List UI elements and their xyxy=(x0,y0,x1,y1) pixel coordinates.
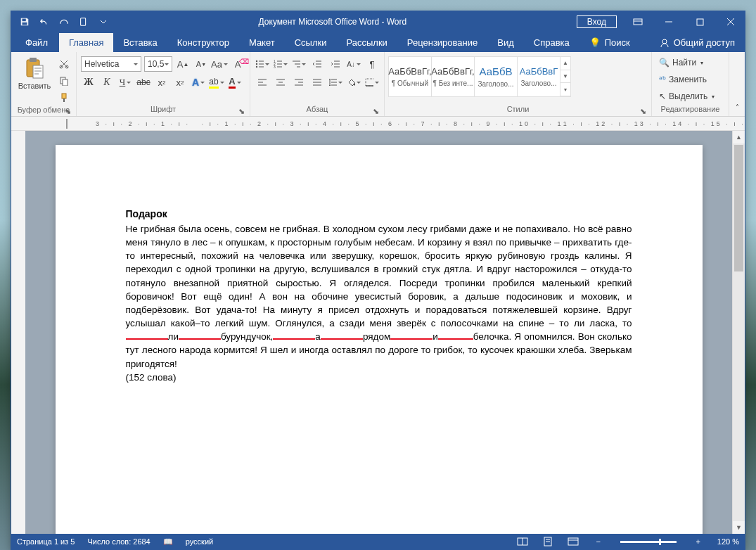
undo-icon[interactable] xyxy=(35,13,53,30)
style-nospacing[interactable]: АаБбВвГг,¶ Без инте... xyxy=(431,56,475,97)
zoom-in-button[interactable]: + xyxy=(691,535,706,548)
numbering-button[interactable]: 123 xyxy=(273,56,288,72)
change-case-button[interactable]: Aa xyxy=(212,56,227,72)
decrease-indent-button[interactable] xyxy=(309,56,325,72)
brush-icon xyxy=(59,93,69,103)
tab-help[interactable]: Справка xyxy=(524,33,579,52)
group-paragraph: 123 A↓ ¶ Абзац⬊ xyxy=(250,52,385,116)
document-body: Не грибная была осень, совсем не грибная… xyxy=(126,222,632,371)
line-spacing-button[interactable] xyxy=(328,75,343,90)
collapse-ribbon-button[interactable]: ˄ xyxy=(729,99,745,115)
web-layout-button[interactable] xyxy=(565,535,581,548)
scroll-track[interactable] xyxy=(733,143,745,521)
font-launcher[interactable]: ⬊ xyxy=(237,107,245,115)
tab-insert[interactable]: Вставка xyxy=(113,33,167,52)
styles-more-button[interactable]: ▾ xyxy=(560,83,570,96)
find-button[interactable]: 🔍Найти▾ xyxy=(656,55,706,70)
language-indicator[interactable]: русский xyxy=(184,537,214,546)
zoom-out-button[interactable]: − xyxy=(591,535,606,548)
paste-button[interactable]: Вставить xyxy=(15,53,53,91)
chevron-down-icon[interactable] xyxy=(162,58,171,70)
numbering-icon: 123 xyxy=(274,60,282,68)
borders-button[interactable] xyxy=(364,75,380,90)
copy-button[interactable] xyxy=(56,73,72,89)
style-normal[interactable]: АаБбВвГг,¶ Обычный xyxy=(388,56,432,97)
read-mode-button[interactable] xyxy=(515,535,530,548)
styles-launcher[interactable]: ⬊ xyxy=(639,107,647,115)
chevron-down-icon[interactable] xyxy=(132,58,140,70)
style-heading2[interactable]: АаБбВвГЗаголово... xyxy=(517,56,560,97)
increase-font-button[interactable]: A▲ xyxy=(175,56,191,72)
align-left-button[interactable] xyxy=(255,75,270,90)
tab-layout[interactable]: Макет xyxy=(239,33,285,52)
scroll-thumb[interactable] xyxy=(734,145,743,271)
page-indicator[interactable]: Страница 1 из 5 xyxy=(15,537,76,546)
paste-label: Вставить xyxy=(18,82,51,91)
style-heading1[interactable]: АаБбВЗаголово... xyxy=(474,56,518,97)
font-color-button[interactable]: A xyxy=(227,75,243,90)
ribbon-tabs: Файл Главная Вставка Конструктор Макет С… xyxy=(11,32,745,52)
maximize-button[interactable] xyxy=(686,12,714,32)
scroll-up-button[interactable]: ▲ xyxy=(733,131,745,143)
sort-button[interactable]: A↓ xyxy=(346,56,361,72)
tab-view[interactable]: Вид xyxy=(487,33,524,52)
multilevel-list-button[interactable] xyxy=(291,56,307,72)
window-controls: Вход xyxy=(577,12,745,32)
styles-down-button[interactable]: ▼ xyxy=(560,70,570,84)
superscript-button[interactable]: x2 xyxy=(172,75,188,90)
cut-button[interactable] xyxy=(56,56,72,72)
share-label: Общий доступ xyxy=(674,37,735,48)
replace-button[interactable]: ᵃᵇЗаменить xyxy=(656,72,710,87)
print-layout-button[interactable] xyxy=(540,535,556,548)
format-painter-button[interactable] xyxy=(56,90,72,105)
tab-review[interactable]: Рецензирование xyxy=(397,33,487,52)
font-size-select[interactable]: 10,5 xyxy=(144,56,172,72)
word-count[interactable]: Число слов: 2684 xyxy=(86,537,151,546)
styles-up-button[interactable]: ▲ xyxy=(560,57,570,70)
strikethrough-button[interactable]: abc xyxy=(136,75,151,90)
align-center-button[interactable] xyxy=(273,75,288,90)
show-marks-button[interactable]: ¶ xyxy=(364,56,380,72)
bold-button[interactable]: Ж xyxy=(81,75,96,90)
italic-button[interactable]: К xyxy=(99,75,115,90)
scroll-down-button[interactable]: ▼ xyxy=(733,521,745,534)
tab-design[interactable]: Конструктор xyxy=(167,33,239,52)
increase-indent-button[interactable] xyxy=(328,56,343,72)
underline-button[interactable]: Ч xyxy=(117,75,133,90)
share-button[interactable]: Общий доступ xyxy=(650,33,745,52)
tab-home[interactable]: Главная xyxy=(59,33,113,52)
clipboard-launcher[interactable]: ⬊ xyxy=(63,107,72,115)
svg-rect-3 xyxy=(634,19,642,25)
paragraph-launcher[interactable]: ⬊ xyxy=(371,107,380,115)
redo-icon[interactable] xyxy=(55,13,73,30)
decrease-font-button[interactable]: A▼ xyxy=(193,56,209,72)
highlight-button[interactable]: ab xyxy=(209,75,224,90)
bullets-button[interactable] xyxy=(255,56,270,72)
align-right-button[interactable] xyxy=(291,75,307,90)
minimize-button[interactable] xyxy=(655,12,683,32)
text-effects-button[interactable]: A xyxy=(191,75,206,90)
sign-in-button[interactable]: Вход xyxy=(577,15,617,28)
vertical-ruler[interactable] xyxy=(11,131,25,534)
person-icon xyxy=(660,38,669,48)
save-icon[interactable] xyxy=(15,13,34,30)
search-tab[interactable]: 💡 Поиск xyxy=(579,33,640,52)
justify-button[interactable] xyxy=(309,75,325,90)
shading-button[interactable] xyxy=(346,75,361,90)
clear-formatting-button[interactable]: A⌫ xyxy=(230,56,245,72)
tab-file[interactable]: Файл xyxy=(14,33,59,52)
close-button[interactable] xyxy=(717,12,745,32)
tab-selector[interactable] xyxy=(66,119,68,129)
spellcheck-icon[interactable]: 📖 xyxy=(162,537,174,546)
page[interactable]: Подарок Не грибная была осень, совсем не… xyxy=(56,145,703,534)
zoom-slider[interactable] xyxy=(620,541,677,543)
select-button[interactable]: ↖Выделить▾ xyxy=(656,89,717,104)
zoom-level[interactable]: 120 % xyxy=(716,537,741,546)
tab-mailings[interactable]: Рассылки xyxy=(336,33,397,52)
horizontal-ruler[interactable]: 3 · ı · 2 · ı · 1 · ı · · ı · 1 · ı · 2 … xyxy=(11,117,745,131)
font-name-select[interactable]: Helvetica xyxy=(81,56,141,72)
subscript-button[interactable]: x2 xyxy=(154,75,169,90)
tab-references[interactable]: Ссылки xyxy=(285,33,337,52)
ribbon-display-icon[interactable] xyxy=(624,12,652,32)
vertical-scrollbar[interactable]: ▲ ▼ xyxy=(732,131,745,534)
